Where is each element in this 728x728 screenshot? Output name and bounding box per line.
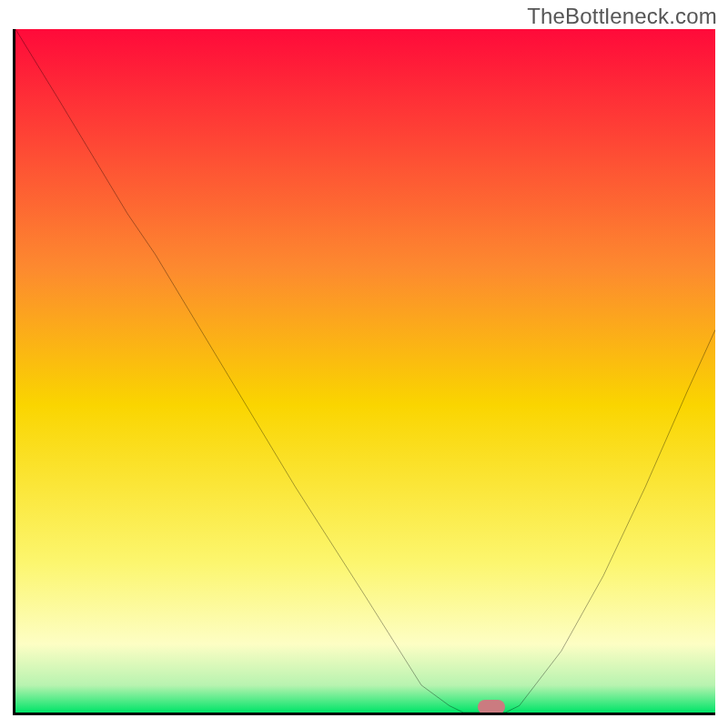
- bottleneck-chart: [13, 29, 715, 715]
- attribution-text: TheBottleneck.com: [527, 4, 717, 29]
- optimal-point-marker: [478, 700, 505, 714]
- gradient-background: [15, 29, 715, 713]
- chart-svg: [15, 29, 715, 713]
